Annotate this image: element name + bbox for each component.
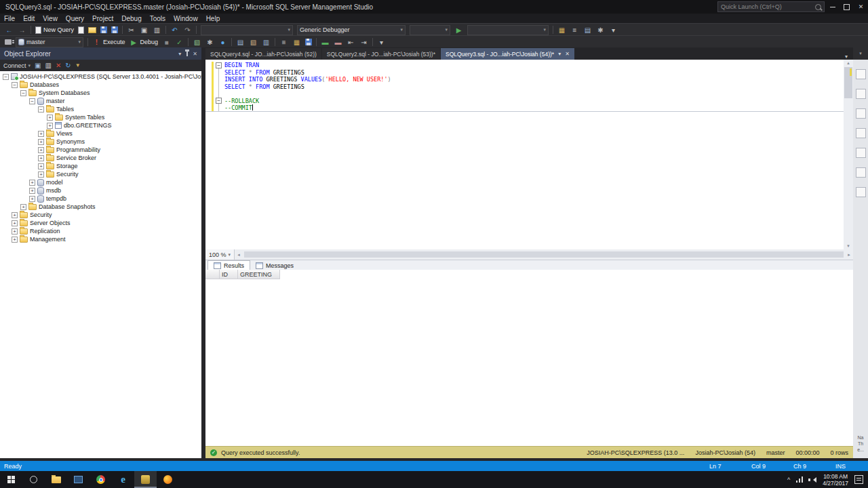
collapse-icon[interactable]: − — [38, 106, 44, 113]
taskbar-button-chrome[interactable] — [90, 471, 112, 488]
code-area[interactable]: BEGIN TRANSELECT * FROM GREETINGSINSERT … — [224, 62, 842, 112]
decrease-indent-button[interactable]: ⇤ — [344, 37, 357, 47]
results-to-text-button[interactable]: ≡ — [568, 24, 581, 35]
scroll-down-icon[interactable]: ▼ — [844, 243, 853, 249]
pin-icon[interactable] — [186, 52, 188, 56]
parse-button[interactable]: ✓ — [173, 37, 186, 47]
expand-icon[interactable]: + — [38, 139, 44, 145]
debug-platform-combo[interactable]: ▾ — [410, 25, 450, 35]
expand-icon[interactable]: + — [47, 115, 53, 121]
save-all-button[interactable] — [109, 24, 120, 35]
expand-icon[interactable]: + — [38, 155, 44, 161]
document-tab[interactable]: SQLQuery4.sql - JO...iah-PC\Josiah (52)) — [205, 48, 321, 60]
comment-selection-button[interactable]: ▬ — [319, 37, 332, 47]
tree-item[interactable]: +Server Objects — [0, 219, 201, 227]
close-button[interactable]: ✕ — [854, 0, 868, 14]
tree-item[interactable]: +Replication — [0, 227, 201, 235]
tree-item[interactable]: +Security — [0, 170, 201, 178]
menu-edit[interactable]: Edit — [19, 15, 39, 22]
toolbar-options-button[interactable]: ✱ — [594, 24, 607, 35]
connect-button[interactable]: Connect ▾ — [3, 62, 31, 69]
results-to-grid-button[interactable]: ▦ — [290, 37, 303, 47]
refresh-icon[interactable]: ↻ — [65, 60, 71, 71]
editor-vertical-scrollbar[interactable]: ▲ ▼ — [844, 60, 853, 249]
debug-button[interactable]: ▶Debug — [127, 37, 161, 47]
action-center-icon[interactable] — [854, 475, 863, 484]
minimize-button[interactable] — [825, 0, 840, 14]
taskbar-button-ssms[interactable] — [134, 471, 157, 488]
tree-item[interactable]: +msdb — [0, 186, 201, 195]
copy-button[interactable]: ▣ — [138, 24, 151, 35]
expand-icon[interactable]: + — [38, 171, 44, 178]
menu-help[interactable]: Help — [202, 15, 224, 22]
menu-query[interactable]: Query — [62, 15, 88, 22]
tree-item[interactable]: +dbo.GREETINGS — [0, 121, 201, 129]
tree-item[interactable]: +Programmability — [0, 146, 201, 154]
results-tab-results[interactable]: Results — [208, 260, 250, 270]
query-designer-button[interactable]: ▤ — [581, 24, 594, 35]
expand-icon[interactable]: + — [29, 180, 35, 186]
scroll-up-icon[interactable]: ▲ — [844, 60, 853, 66]
zoom-control[interactable]: 100 % ▾ — [205, 249, 235, 260]
cancel-executing-query-button[interactable]: ■ — [160, 37, 173, 47]
dock-icon[interactable] — [856, 167, 866, 178]
cut-button[interactable]: ✂ — [125, 24, 138, 35]
menu-debug[interactable]: Debug — [117, 15, 145, 22]
taskbar-button-file-explorer[interactable] — [45, 471, 67, 488]
change-connection-button[interactable] — [3, 37, 14, 47]
tab-close-icon[interactable]: ✕ — [565, 51, 570, 57]
expand-icon[interactable]: + — [38, 147, 44, 153]
quick-launch-input[interactable]: Quick Launch (Ctrl+Q) — [717, 1, 825, 12]
document-tab[interactable]: SQLQuery2.sql - JO...iah-PC\Josiah (53))… — [322, 48, 440, 60]
solution-configurations-combo[interactable]: ▾ — [201, 25, 293, 35]
uncomment-selection-button[interactable]: ▬ — [332, 37, 344, 47]
tree-item[interactable]: +tempdb — [0, 195, 201, 203]
results-to-text-button[interactable]: ≡ — [277, 37, 290, 47]
tree-item[interactable]: +Security — [0, 211, 201, 219]
include-actual-plan-button[interactable]: ▧ — [247, 37, 260, 47]
collapse-icon[interactable]: − — [29, 98, 35, 104]
intellisense-enabled-button[interactable]: ● — [216, 37, 229, 47]
tree-item[interactable]: +Synonyms — [0, 138, 201, 146]
column-header-greeting[interactable]: GREETING — [238, 270, 280, 279]
new-query-button[interactable]: New Query — [33, 24, 76, 35]
scroll-left-icon[interactable]: ◂ — [235, 252, 243, 258]
close-panel-icon[interactable]: ✕ — [193, 51, 197, 57]
start-debugging-button[interactable]: ▶ — [452, 24, 465, 35]
window-position-icon[interactable]: ▾ — [178, 51, 181, 57]
collapse-icon[interactable]: − — [3, 74, 9, 80]
collapse-icon[interactable]: − — [12, 82, 18, 88]
sql-editor[interactable]: BEGIN TRANSELECT * FROM GREETINGSINSERT … — [205, 60, 853, 249]
active-files-icon[interactable]: ▾ — [840, 54, 853, 60]
taskbar-button-app-window[interactable] — [67, 471, 90, 488]
remove-icon[interactable]: ✕ — [56, 60, 61, 71]
tab-chevron-icon[interactable]: ▾ — [558, 51, 561, 57]
tree-item[interactable]: +Database Snapshots — [0, 203, 201, 211]
row-header-cell[interactable] — [205, 270, 220, 279]
find-box-combo[interactable]: ▾ — [467, 25, 549, 35]
tree-item[interactable]: +System Tables — [0, 113, 201, 121]
fold-toggle-icon[interactable]: − — [216, 62, 222, 68]
sql-toolbar-overflow-button[interactable]: ▾ — [375, 37, 388, 47]
horizontal-scrollbar[interactable] — [243, 249, 845, 260]
dock-icon[interactable] — [856, 128, 866, 138]
expand-icon[interactable]: + — [38, 163, 44, 169]
scrollbar-thumb[interactable] — [244, 251, 844, 258]
tree-item[interactable]: −Databases — [0, 81, 201, 89]
tree-item[interactable]: +model — [0, 178, 201, 186]
disconnect-icon[interactable]: ▣ — [35, 60, 41, 71]
open-file-button[interactable] — [86, 24, 98, 35]
results-tab-messages[interactable]: Messages — [250, 261, 299, 270]
execute-button[interactable]: !Execute — [90, 37, 127, 47]
specify-template-values-button[interactable]: ▤ — [234, 37, 247, 47]
dock-icon[interactable] — [856, 187, 866, 197]
stop-icon[interactable]: ▥ — [45, 60, 52, 71]
expand-icon[interactable]: + — [12, 228, 18, 235]
dock-icon[interactable] — [856, 89, 866, 99]
expand-icon[interactable]: + — [20, 204, 26, 210]
new-project-button[interactable] — [76, 24, 86, 35]
menu-project[interactable]: Project — [88, 15, 117, 22]
include-client-statistics-button[interactable]: ▥ — [260, 37, 273, 47]
menu-view[interactable]: View — [39, 15, 62, 22]
tree-item[interactable]: −master — [0, 97, 201, 105]
